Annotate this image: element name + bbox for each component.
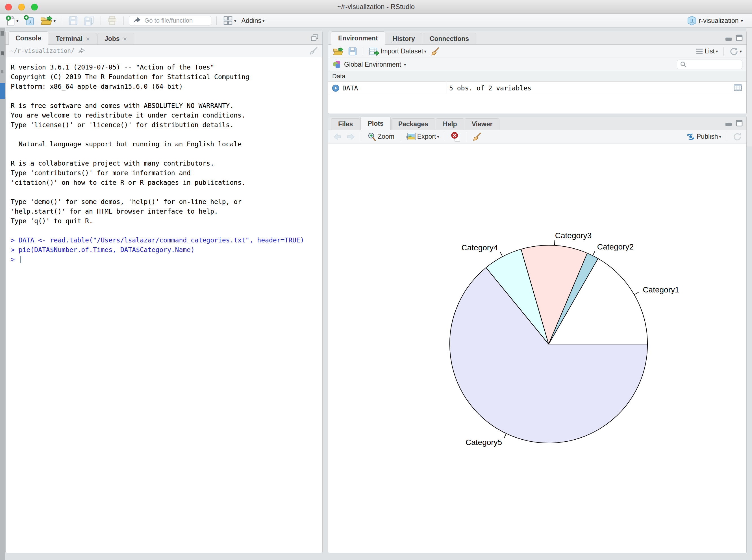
- previous-plot-button[interactable]: [332, 132, 343, 141]
- zoom-plot-button[interactable]: Zoom: [366, 132, 395, 142]
- console-tabstrip: ConsoleTerminal×Jobs×: [6, 31, 322, 45]
- env-stack-icon[interactable]: [332, 60, 341, 69]
- refresh-environment-button[interactable]: ▾: [728, 46, 743, 57]
- console-output[interactable]: R version 3.6.1 (2019-07-05) -- "Action …: [6, 57, 322, 264]
- console-input-line: > DATA <- read.table("/Users/lsalazar/co…: [11, 235, 322, 245]
- rstudio-window: ~/r-visualization - RStudio ▾ R: [0, 0, 752, 560]
- play-expand-icon[interactable]: [332, 84, 340, 92]
- maximize-pane-icon[interactable]: [736, 120, 743, 127]
- minimize-pane-icon[interactable]: [725, 120, 732, 127]
- save-all-button[interactable]: [82, 15, 96, 26]
- tab-console[interactable]: Console: [8, 32, 48, 45]
- close-icon[interactable]: ×: [123, 36, 127, 42]
- environment-scope-label[interactable]: Global Environment: [344, 61, 401, 68]
- remove-plot-icon: [451, 132, 461, 142]
- desktop-edge-right: [746, 28, 752, 146]
- tab-label: Viewer: [472, 120, 493, 128]
- search-icon: [680, 61, 687, 68]
- separator: [445, 133, 445, 141]
- tab-label: Environment: [338, 35, 378, 42]
- separator: [400, 133, 400, 141]
- minimize-pane-icon[interactable]: [725, 34, 732, 42]
- tab-terminal[interactable]: Terminal×: [49, 33, 97, 44]
- save-icon: [68, 16, 78, 25]
- tab-packages[interactable]: Packages: [391, 118, 435, 130]
- close-icon[interactable]: ×: [86, 36, 90, 42]
- list-view-label: List: [705, 47, 715, 55]
- publish-plot-label: Publish: [697, 133, 718, 140]
- list-view-button[interactable]: List ▾: [694, 47, 719, 56]
- import-dataset-button[interactable]: Import Dataset ▾: [367, 46, 427, 57]
- goto-file-input[interactable]: Go to file/function: [129, 16, 211, 25]
- pie-chart: Category1Category2Category3Category4Cate…: [328, 143, 746, 553]
- popout-icon[interactable]: [310, 34, 319, 42]
- clear-environment-button[interactable]: [430, 46, 441, 57]
- list-icon: [695, 48, 704, 55]
- import-dataset-icon: [369, 47, 380, 56]
- open-file-button[interactable]: ▾: [39, 15, 57, 26]
- save-button[interactable]: [67, 15, 79, 26]
- dropdown-caret: ▾: [739, 49, 742, 54]
- console-output-line: [11, 226, 322, 235]
- print-button[interactable]: [106, 15, 118, 26]
- console-output-line: Type 'q()' to quit R.: [11, 216, 322, 226]
- separator: [724, 47, 724, 56]
- tab-environment[interactable]: Environment: [331, 32, 385, 45]
- pie-label-tick: [500, 252, 503, 257]
- console-output-line: [11, 187, 322, 197]
- dropdown-caret: ▾: [716, 49, 718, 54]
- dropdown-caret: ▾: [262, 19, 265, 23]
- project-menu-button[interactable]: R r-visualization ▾: [687, 16, 743, 26]
- data-grid-icon[interactable]: [733, 84, 743, 92]
- plots-toolbar: Zoom Export ▾: [328, 130, 746, 143]
- separator: [467, 133, 467, 141]
- broom-icon[interactable]: [309, 47, 318, 55]
- load-workspace-button[interactable]: [332, 46, 345, 57]
- refresh-plot-button[interactable]: [732, 132, 743, 142]
- tab-viewer[interactable]: Viewer: [465, 118, 500, 130]
- console-output-line: [11, 149, 322, 159]
- pane-layout-button[interactable]: ▾: [222, 15, 238, 26]
- environment-search-input[interactable]: [677, 60, 743, 69]
- back-icon: [333, 133, 342, 141]
- tab-files[interactable]: Files: [331, 118, 360, 130]
- print-icon: [107, 16, 117, 25]
- remove-plot-button[interactable]: [450, 131, 462, 142]
- separator: [727, 133, 727, 141]
- dropdown-caret: ▾: [234, 19, 237, 23]
- refresh-icon: [733, 132, 742, 141]
- new-file-button[interactable]: ▾: [4, 15, 20, 26]
- dropdown-caret: ▾: [741, 19, 743, 23]
- tab-connections[interactable]: Connections: [423, 33, 476, 44]
- addins-button[interactable]: Addins ▾: [240, 16, 266, 25]
- tab-jobs[interactable]: Jobs×: [98, 33, 134, 44]
- console-output-line: Platform: x86_64-apple-darwin15.6.0 (64-…: [11, 82, 322, 91]
- next-plot-button[interactable]: [345, 132, 357, 141]
- publish-plot-button[interactable]: Publish ▾: [685, 132, 722, 142]
- goto-placeholder: Go to file/function: [144, 17, 193, 24]
- console-input-line: > pie(DATA$Number.of.Times, DATA$Categor…: [11, 245, 322, 255]
- addins-label: Addins: [242, 17, 261, 25]
- save-icon: [348, 47, 357, 56]
- save-workspace-button[interactable]: [347, 46, 358, 57]
- go-to-dir-icon[interactable]: [78, 48, 85, 54]
- zoom-plot-label: Zoom: [378, 133, 394, 140]
- pie-label-tick: [504, 434, 506, 438]
- tab-history[interactable]: History: [386, 33, 422, 44]
- console-output-line: Type 'demo()' for some demos, 'help()' f…: [11, 197, 322, 206]
- titlebar: ~/r-visualization - RStudio: [0, 0, 752, 14]
- plots-pane: FilesPlotsPackagesHelpViewer: [328, 116, 747, 553]
- tab-label: Files: [338, 120, 353, 128]
- export-plot-button[interactable]: Export ▾: [405, 132, 441, 142]
- environment-object-row[interactable]: DATA 5 obs. of 2 variables: [328, 82, 746, 95]
- tab-label: Help: [443, 120, 457, 128]
- clear-all-plots-button[interactable]: [471, 132, 483, 142]
- tab-label: Plots: [367, 120, 383, 127]
- new-project-button[interactable]: R: [23, 15, 36, 27]
- tab-help[interactable]: Help: [436, 118, 464, 130]
- dropdown-caret: ▾: [719, 135, 721, 139]
- tab-plots[interactable]: Plots: [361, 117, 390, 130]
- maximize-pane-icon[interactable]: [736, 34, 743, 42]
- pie-slice-label: Category4: [462, 243, 498, 252]
- environment-tabstrip: EnvironmentHistoryConnections: [328, 31, 746, 45]
